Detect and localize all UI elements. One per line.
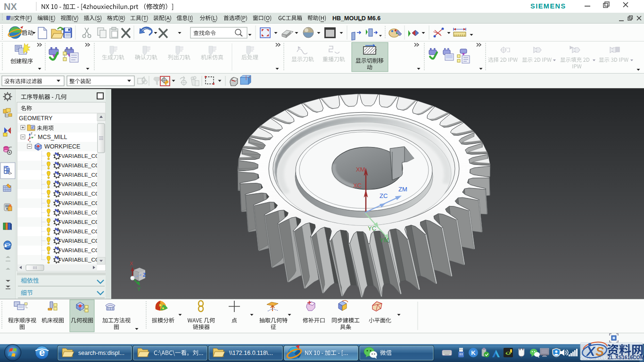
svg-text:NX: NX xyxy=(4,1,17,12)
svg-text:XM: XM xyxy=(356,166,365,173)
svg-text:VARIABLE_CC: VARIABLE_CC xyxy=(61,181,99,188)
svg-text:VARIABLE_CC: VARIABLE_CC xyxy=(61,153,99,159)
svg-text:COM: COM xyxy=(633,354,644,360)
svg-text:WORKPIECE: WORKPIECE xyxy=(44,143,80,150)
svg-text:VARIABLE_CC: VARIABLE_CC xyxy=(61,190,99,197)
svg-text:e: e xyxy=(39,346,45,358)
svg-text:x: x xyxy=(29,140,31,143)
svg-text:VARIABLE_CC: VARIABLE_CC xyxy=(61,247,99,254)
svg-text:K: K xyxy=(471,349,476,356)
svg-text:Y: Y xyxy=(34,134,36,137)
svg-text:VARIABLE_CC: VARIABLE_CC xyxy=(61,228,99,235)
svg-text:XC: XC xyxy=(353,182,362,189)
svg-text:VARIABLE_CC: VARIABLE_CC xyxy=(61,200,99,206)
svg-text:SIEMENS: SIEMENS xyxy=(530,2,566,10)
svg-text:ZL.XS1616: ZL.XS1616 xyxy=(608,354,633,360)
svg-text:S: S xyxy=(595,345,604,359)
svg-text:VARIABLE_CC: VARIABLE_CC xyxy=(61,238,99,244)
svg-text:ZC: ZC xyxy=(380,192,388,199)
svg-text:X: X xyxy=(586,345,596,359)
svg-text:GEOMETRY: GEOMETRY xyxy=(19,115,53,122)
svg-text:ZM: ZM xyxy=(398,186,407,193)
svg-text:VARIABLE_CC: VARIABLE_CC xyxy=(61,162,99,169)
svg-text:YC: YC xyxy=(368,225,376,232)
svg-text:Y: Y xyxy=(137,286,141,292)
svg-text:MCS_MILL: MCS_MILL xyxy=(38,134,67,140)
svg-text:search-ms:displ...: search-ms:displ... xyxy=(78,350,124,356)
svg-text:HB_MOULD M6.6: HB_MOULD M6.6 xyxy=(332,15,380,22)
svg-text:Z: Z xyxy=(31,132,33,135)
svg-text:VARIABLE_CC: VARIABLE_CC xyxy=(61,256,99,263)
svg-text:VARIABLE_CC: VARIABLE_CC xyxy=(61,209,99,216)
svg-text:VARIABLE_CC: VARIABLE_CC xyxy=(61,172,99,178)
svg-text:\\172.16.0.118\...: \\172.16.0.118\... xyxy=(229,350,273,356)
svg-text:YM: YM xyxy=(380,237,389,244)
svg-text:X: X xyxy=(130,261,133,266)
svg-text:VARIABLE_CC: VARIABLE_CC xyxy=(61,219,99,225)
svg-text:Z: Z xyxy=(143,272,146,278)
